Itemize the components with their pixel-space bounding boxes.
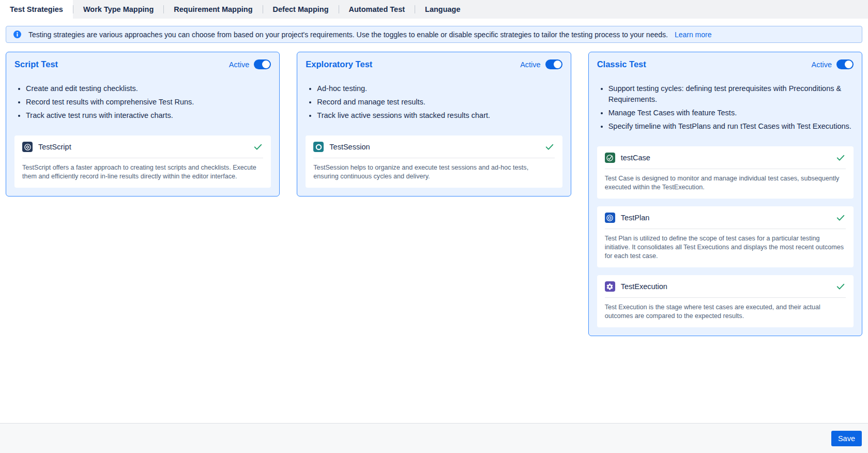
check-icon [544, 142, 555, 152]
strategy-card-script-test: Script Test Active Create and edit testi… [6, 52, 280, 197]
toggle-knob [554, 61, 561, 68]
module-card-testscript: TestScript TestScript offers a faster ap… [14, 135, 271, 188]
module-divider [605, 297, 846, 298]
module-list: TestScript TestScript offers a faster ap… [14, 135, 271, 188]
gear-icon [605, 281, 615, 292]
tab-defect-mapping[interactable]: Defect Mapping [263, 0, 339, 19]
ring-icon [313, 142, 324, 152]
settings-tabbar: Test Strategies Work Type Mapping Requir… [0, 0, 868, 19]
module-name: testCase [621, 154, 650, 162]
save-button[interactable]: Save [831, 431, 862, 446]
active-label: Active [520, 61, 541, 69]
module-list: TestSession TestSession helps to organiz… [306, 135, 562, 188]
module-divider [605, 169, 846, 169]
bullseye-icon [605, 213, 615, 223]
feature-list: Create and edit testing checklists. Reco… [14, 83, 271, 121]
check-icon [253, 142, 263, 152]
exploratory-test-active-toggle[interactable] [545, 59, 562, 69]
card-title: Classic Test [597, 59, 646, 69]
strategy-card-classic-test: Classic Test Active Support testing cycl… [588, 52, 862, 336]
module-description: TestScript offers a faster approach to c… [22, 163, 263, 181]
toggle-knob [262, 61, 270, 68]
card-title: Exploratory Test [306, 59, 372, 69]
footer-bar: Save [0, 423, 868, 453]
module-name: TestPlan [621, 214, 650, 222]
module-name: TestSession [329, 143, 370, 151]
feature-bullet: Track active test runs with interactive … [26, 110, 271, 121]
module-name: TestScript [38, 143, 71, 151]
module-card-testsession: TestSession TestSession helps to organiz… [306, 135, 562, 188]
feature-bullet: Record and manage test results. [317, 97, 562, 108]
info-icon [13, 30, 22, 39]
module-description: Test Case is designed to monitor and man… [605, 174, 846, 192]
toggle-knob [845, 61, 852, 68]
feature-bullet: Specify timeline with TestPlans and run … [608, 121, 854, 132]
module-list: testCase Test Case is designed to monito… [597, 146, 854, 327]
feature-bullet: Track live active sessions with stacked … [317, 110, 562, 121]
target-diamond-icon [22, 142, 33, 152]
classic-test-active-toggle[interactable] [836, 59, 854, 69]
learn-more-link[interactable]: Learn more [675, 31, 712, 39]
module-card-testexecution: TestExecution Test Execution is the stag… [597, 275, 854, 327]
feature-list: Ad-hoc testing. Record and manage test r… [306, 83, 562, 121]
check-circle-slash-icon [605, 153, 615, 163]
module-name: TestExecution [621, 282, 667, 291]
tab-test-strategies[interactable]: Test Strategies [0, 0, 73, 19]
feature-bullet: Record test results with comprehensive T… [26, 97, 271, 108]
card-title: Script Test [14, 59, 58, 69]
check-icon [835, 153, 846, 163]
script-test-active-toggle[interactable] [254, 59, 271, 69]
tab-requirement-mapping[interactable]: Requirement Mapping [164, 0, 262, 19]
module-description: TestSession helps to organize and execut… [313, 163, 554, 181]
info-banner: Testing strategies are various approache… [6, 26, 862, 43]
module-divider [22, 158, 263, 158]
feature-bullet: Create and edit testing checklists. [26, 83, 271, 94]
feature-list: Support testing cycles: defining test pr… [597, 83, 854, 132]
banner-text: Testing strategies are various approache… [28, 31, 668, 39]
feature-bullet: Manage Test Cases with feature Tests. [608, 108, 854, 118]
module-description: Test Execution is the stage where test c… [605, 303, 846, 321]
tab-automated-test[interactable]: Automated Test [339, 0, 415, 19]
module-divider [313, 158, 554, 158]
module-divider [605, 229, 846, 229]
check-icon [835, 213, 846, 223]
check-icon [835, 281, 846, 292]
module-description: Test Plan is utilized to define the scop… [605, 234, 846, 261]
tab-language[interactable]: Language [415, 0, 470, 19]
module-card-testplan: TestPlan Test Plan is utilized to define… [597, 206, 854, 267]
module-card-testcase: testCase Test Case is designed to monito… [597, 146, 854, 199]
active-label: Active [811, 61, 832, 69]
main-content: Testing strategies are various approache… [0, 19, 868, 336]
tab-work-type-mapping[interactable]: Work Type Mapping [73, 0, 163, 19]
strategy-cards: Script Test Active Create and edit testi… [6, 52, 862, 336]
strategy-card-exploratory-test: Exploratory Test Active Ad-hoc testing. … [297, 52, 571, 197]
feature-bullet: Support testing cycles: defining test pr… [608, 83, 854, 105]
feature-bullet: Ad-hoc testing. [317, 83, 562, 94]
active-label: Active [229, 61, 250, 69]
